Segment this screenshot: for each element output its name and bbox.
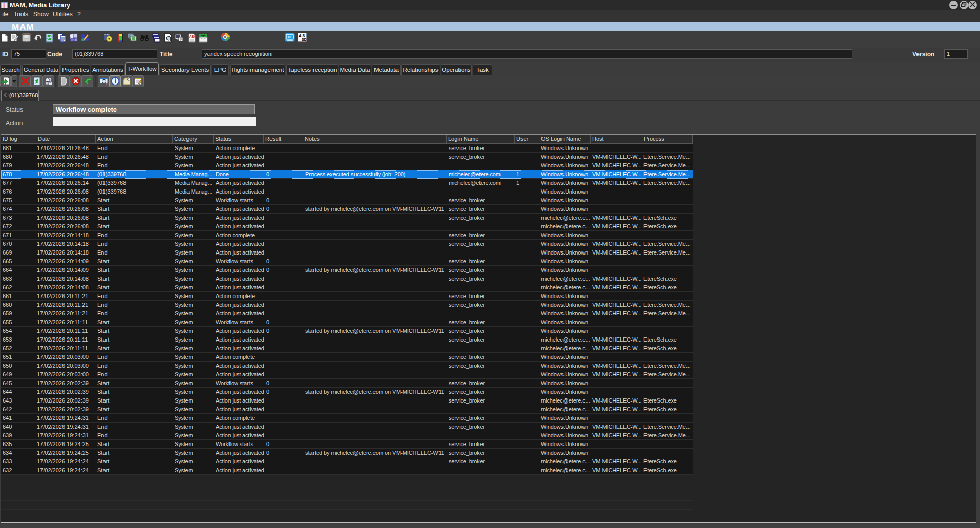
svg-text:SD: SD bbox=[302, 38, 307, 41]
svg-text:10: 10 bbox=[287, 35, 291, 39]
svg-text:ABC: ABC bbox=[189, 35, 196, 38]
